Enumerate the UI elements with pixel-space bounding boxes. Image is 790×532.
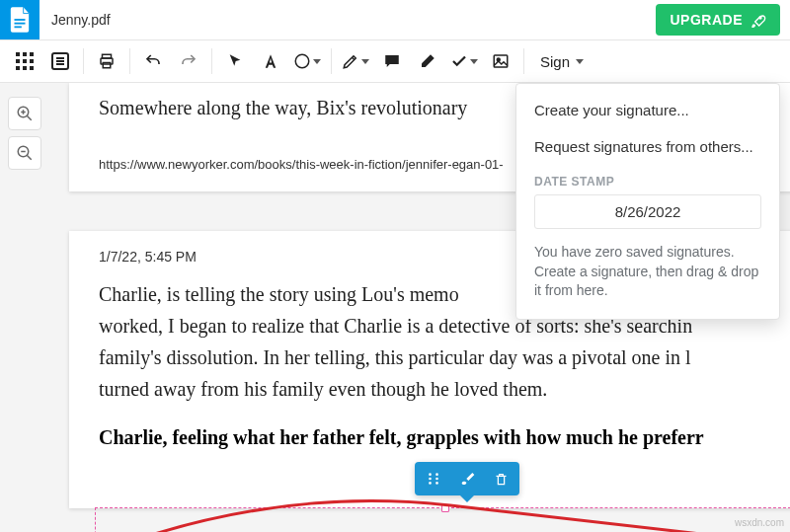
sign-label: Sign [540,53,570,70]
print-button[interactable] [90,44,123,78]
svg-rect-8 [23,59,27,63]
titlebar: Jenny.pdf UPGRADE [0,0,790,39]
eraser-icon [419,52,436,70]
svg-rect-4 [16,52,20,56]
cursor-icon [227,53,243,69]
undo-button[interactable] [136,44,170,78]
delete-button[interactable] [490,468,512,490]
toolbar-separator [523,48,524,74]
svg-line-28 [27,155,32,160]
bold-text: Charlie, feeling what her father felt, g… [99,426,770,449]
signatures-empty-note: You have zero saved signatures. Create a… [516,239,779,311]
select-tool[interactable] [218,44,252,78]
annotation-selection[interactable] [95,507,790,532]
toolbar-separator [83,48,84,74]
svg-point-35 [435,482,438,485]
svg-rect-2 [15,26,22,28]
zoom-in-button[interactable] [8,97,41,130]
highlight-tool[interactable] [338,44,373,78]
watermark: wsxdn.com [735,517,784,528]
toolbar-separator [331,48,332,74]
redo-icon [180,52,198,70]
drag-icon [427,472,440,486]
svg-point-3 [759,17,761,19]
sign-dropdown-button[interactable]: Sign [530,47,593,76]
circle-icon [293,52,311,70]
svg-rect-1 [15,23,26,25]
chevron-down-icon [361,59,369,64]
outline-button[interactable] [43,44,77,78]
svg-point-20 [295,54,309,68]
rocket-icon [750,12,766,28]
toolbar-separator [211,48,212,74]
svg-rect-7 [16,59,20,63]
svg-rect-11 [23,66,27,70]
undo-icon [144,52,162,70]
create-signature-item[interactable]: Create your signature... [516,92,779,128]
svg-rect-6 [30,52,34,56]
svg-rect-21 [494,55,508,67]
svg-rect-0 [15,19,26,21]
chevron-down-icon [470,59,478,64]
list-icon [51,52,69,70]
app-logo[interactable] [0,0,40,39]
svg-rect-10 [16,66,20,70]
svg-rect-5 [23,52,27,56]
svg-line-24 [27,115,32,120]
image-icon [492,52,510,70]
comment-tool[interactable] [375,44,409,78]
upgrade-button[interactable]: UPGRADE [656,4,780,36]
svg-point-31 [429,478,432,481]
zoom-in-icon [16,105,34,122]
svg-point-30 [429,473,432,476]
zoom-out-icon [16,144,34,162]
highlighter-icon [342,52,359,70]
svg-rect-12 [30,66,34,70]
request-signatures-item[interactable]: Request signatures from others... [516,128,779,165]
toolbar-separator [129,48,130,74]
upgrade-label: UPGRADE [670,12,743,28]
resize-handle[interactable] [441,504,449,512]
annotation-toolbar [415,462,519,495]
datestamp-value[interactable]: 8/26/2022 [534,194,761,229]
grid-icon [16,52,34,70]
text-tool[interactable] [254,44,287,78]
zoom-out-button[interactable] [8,136,41,170]
check-icon [450,52,468,70]
chevron-down-icon [576,59,584,64]
style-button[interactable] [456,468,478,490]
comment-icon [383,52,401,70]
checkmark-tool[interactable] [446,44,482,78]
eraser-tool[interactable] [411,44,444,78]
shape-tool[interactable] [289,44,325,78]
sign-dropdown-menu: Create your signature... Request signatu… [515,83,780,320]
zoom-tools [8,97,41,170]
brush-icon [459,471,475,487]
document-filename: Jenny.pdf [51,12,111,28]
drag-handle[interactable] [423,468,444,490]
main-toolbar: Sign [0,39,790,83]
svg-point-34 [435,478,438,481]
svg-rect-9 [30,59,34,63]
trash-icon [494,472,509,487]
thumbnails-button[interactable] [8,44,41,78]
svg-point-32 [429,482,432,485]
datestamp-header: DATE STAMP [516,165,779,194]
redo-button[interactable] [172,44,205,78]
image-tool[interactable] [484,44,517,78]
svg-point-33 [435,473,438,476]
chevron-down-icon [313,59,321,64]
text-icon [262,52,279,70]
page-timestamp: 1/7/22, 5:45 PM [99,249,197,265]
print-icon [98,52,116,70]
